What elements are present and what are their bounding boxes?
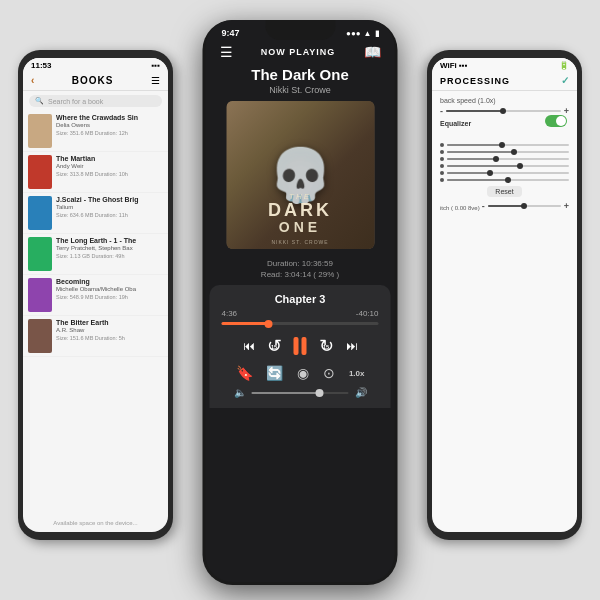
left-book-item-3[interactable]: The Long Earth - 1 - The Terry Pratchett… (23, 234, 168, 275)
skip-back-num: 15 (271, 344, 277, 350)
rewind-button[interactable]: ⏮ (243, 339, 255, 353)
eq-dot-2 (440, 150, 444, 154)
duration-label: Duration: 10:36:59 (206, 257, 395, 270)
reset-button[interactable]: Reset (487, 186, 521, 197)
book-meta-1: Size: 313.8 MB Duration: 10h (56, 171, 163, 177)
left-search-bar[interactable]: 🔍 Search for a book (29, 95, 162, 107)
skip-forward-button[interactable]: ↻ 15 (319, 335, 334, 357)
left-book-item-1[interactable]: The Martian Andy Weir Size: 313.8 MB Dur… (23, 152, 168, 193)
left-footer: Available space on the device... (23, 518, 168, 528)
left-header-title: BOOKS (38, 75, 147, 86)
speed-track (446, 110, 561, 112)
left-book-item-4[interactable]: Becoming Michelle Obama/Michelle Oba Siz… (23, 275, 168, 316)
book-info-5: The Bitter Earth A.R. Shaw Size: 151.6 M… (56, 319, 163, 341)
eq-slider-6[interactable] (440, 178, 569, 182)
eq-dot-3 (440, 157, 444, 161)
right-battery: 🔋 (559, 61, 569, 70)
loop-icon[interactable]: 🔄 (266, 365, 283, 381)
left-header-icon: ☰ (151, 75, 160, 86)
chapters-icon[interactable]: ◉ (297, 365, 309, 381)
right-wifi: WiFi ▪▪▪ (440, 61, 468, 70)
cover-author-text: NIKKI ST. CROWE (226, 239, 374, 245)
book-title-3: The Long Earth - 1 - The (56, 237, 163, 245)
speed-label[interactable]: 1.0x (349, 369, 365, 378)
fast-forward-button[interactable]: ⏭ (346, 339, 358, 353)
time-current: 4:36 (222, 309, 238, 318)
time-remaining: -40:10 (356, 309, 379, 318)
back-icon[interactable]: ‹ (31, 75, 34, 86)
pitch-plus[interactable]: + (564, 201, 569, 211)
center-screen: 9:47 ●●● ▲ ▮ ☰ NOW PLAYING 📖 The Dark On… (206, 20, 395, 582)
plus-button[interactable]: + (564, 106, 569, 116)
eq-track-4 (447, 165, 569, 167)
eq-slider-5[interactable] (440, 171, 569, 175)
book-title-4: Becoming (56, 278, 163, 286)
signal-icon: ●●● (346, 29, 361, 38)
airplay-icon[interactable]: ⊙ (323, 365, 335, 381)
left-book-item-2[interactable]: J.Scalzi - The Ghost Brig Talium Size: 6… (23, 193, 168, 234)
right-phone: WiFi ▪▪▪ 🔋 PROCESSING ✓ back speed (1.0x… (427, 50, 582, 540)
right-check-icon[interactable]: ✓ (561, 75, 569, 86)
left-book-item-5[interactable]: The Bitter Earth A.R. Shaw Size: 151.6 M… (23, 316, 168, 357)
right-status-bar: WiFi ▪▪▪ 🔋 (432, 58, 577, 73)
hamburger-icon[interactable]: ☰ (220, 45, 233, 59)
notch (265, 20, 335, 40)
book-meta-4: Size: 548.9 MB Duration: 19h (56, 294, 163, 300)
eq-slider-3[interactable] (440, 157, 569, 161)
center-time: 9:47 (222, 28, 240, 38)
skip-back-button[interactable]: ↺ 15 (267, 335, 282, 357)
book-title-5: The Bitter Earth (56, 319, 163, 327)
eq-track-3 (447, 158, 569, 160)
volume-track (252, 392, 349, 394)
left-time: 11:53 (31, 61, 51, 70)
eq-dot-6 (440, 178, 444, 182)
minus-button[interactable]: - (440, 106, 443, 116)
book-author-4: Michelle Obama/Michelle Oba (56, 286, 163, 293)
book-info-0: Where the Crawdads Sin Delia Owens Size:… (56, 114, 163, 136)
book-cover: 💀 THE DARK ONE NIKKI ST. CROWE (226, 101, 374, 249)
eq-slider-4[interactable] (440, 164, 569, 168)
chapter-bar: Chapter 3 4:36 -40:10 ⏮ ↺ 15 (210, 285, 391, 408)
eq-track-2 (447, 151, 569, 153)
skip-forward-num: 15 (323, 344, 329, 350)
cover-title-text: THE DARK ONE (226, 192, 374, 235)
bookmark-icon[interactable]: 🔖 (236, 365, 253, 381)
book-meta-2: Size: 634.6 MB Duration: 11h (56, 212, 163, 218)
book-title-0: Where the Crawdads Sin (56, 114, 163, 122)
book-info-1: The Martian Andy Weir Size: 313.8 MB Dur… (56, 155, 163, 177)
chapter-progress-bar[interactable] (222, 322, 379, 325)
cover-dark: DARK (226, 201, 374, 219)
left-book-item-0[interactable]: Where the Crawdads Sin Delia Owens Size:… (23, 111, 168, 152)
time-row: 4:36 -40:10 (222, 309, 379, 318)
cover-art: 💀 THE DARK ONE NIKKI ST. CROWE (226, 101, 374, 249)
now-playing-label: NOW PLAYING (261, 47, 336, 57)
right-phone-screen: WiFi ▪▪▪ 🔋 PROCESSING ✓ back speed (1.0x… (432, 58, 577, 532)
pitch-row: itch ( 0.00 8ve) - + (440, 201, 569, 215)
left-phone-screen: 11:53 ▪▪▪ ‹ BOOKS ☰ 🔍 Search for a book … (23, 58, 168, 532)
book-cover-1 (28, 155, 52, 189)
eq-sliders (440, 143, 569, 182)
left-status-bar: 11:53 ▪▪▪ (23, 58, 168, 73)
pitch-slider[interactable]: - + (482, 201, 569, 211)
center-status-icons: ●●● ▲ ▮ (346, 29, 378, 38)
pause-button[interactable] (294, 337, 307, 355)
center-phone: 9:47 ●●● ▲ ▮ ☰ NOW PLAYING 📖 The Dark On… (203, 20, 398, 585)
book-icon[interactable]: 📖 (364, 44, 381, 60)
book-author-3: Terry Pratchett, Stephen Bax (56, 245, 163, 252)
eq-track-1 (447, 144, 569, 146)
chapter-name: Chapter 3 (222, 293, 379, 305)
book-meta-5: Size: 151.6 MB Duration: 5h (56, 335, 163, 341)
search-icon: 🔍 (35, 97, 44, 105)
pitch-minus[interactable]: - (482, 201, 485, 211)
book-author-0: Delia Owens (56, 122, 163, 129)
eq-slider-1[interactable] (440, 143, 569, 147)
wifi-icon: ▲ (364, 29, 372, 38)
eq-track-6 (447, 179, 569, 181)
book-meta-0: Size: 351.6 MB Duration: 12h (56, 130, 163, 136)
volume-bar[interactable]: 🔈 🔊 (222, 385, 379, 404)
right-header-title: PROCESSING (440, 76, 510, 86)
eq-slider-2[interactable] (440, 150, 569, 154)
book-cover-5 (28, 319, 52, 353)
eq-toggle[interactable] (545, 115, 567, 127)
right-speed-label: back speed (1.0x) (440, 97, 569, 104)
